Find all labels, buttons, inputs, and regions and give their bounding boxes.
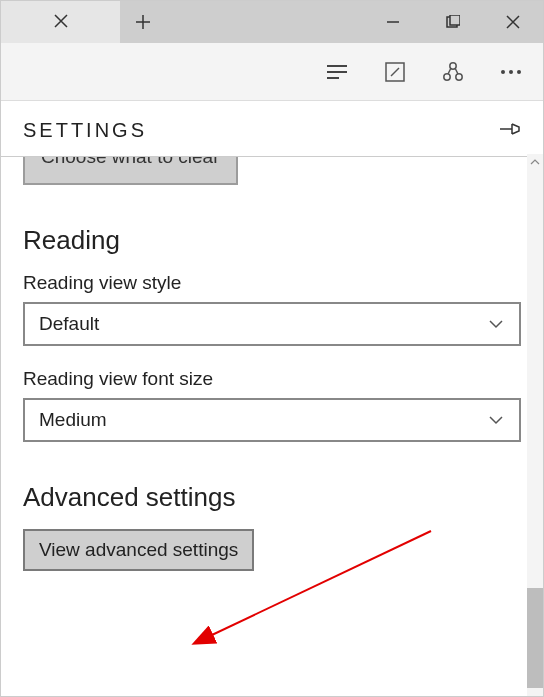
reading-heading: Reading [23, 225, 521, 256]
svg-point-4 [444, 73, 450, 79]
svg-rect-1 [450, 15, 460, 25]
tab[interactable] [1, 1, 120, 43]
web-note-icon[interactable] [371, 48, 419, 96]
reading-fontsize-value: Medium [39, 409, 107, 431]
reading-fontsize-select[interactable]: Medium [23, 398, 521, 442]
view-advanced-settings-button[interactable]: View advanced settings [23, 529, 254, 571]
svg-point-8 [517, 70, 521, 74]
reading-view-icon[interactable] [313, 48, 361, 96]
svg-point-7 [509, 70, 513, 74]
scroll-up-icon[interactable] [527, 154, 543, 170]
pin-icon[interactable] [499, 121, 521, 141]
reading-style-label: Reading view style [23, 272, 521, 294]
reading-fontsize-label: Reading view font size [23, 368, 521, 390]
reading-style-value: Default [39, 313, 99, 335]
advanced-heading: Advanced settings [23, 482, 521, 513]
more-icon[interactable] [487, 48, 535, 96]
scrollbar[interactable] [527, 154, 543, 696]
panel-title: SETTINGS [23, 119, 147, 142]
close-tab-icon[interactable] [53, 11, 69, 34]
choose-clear-label: Choose what to clear [41, 157, 220, 168]
chevron-down-icon [487, 315, 505, 333]
toolbar [1, 43, 543, 101]
share-icon[interactable] [429, 48, 477, 96]
close-window-button[interactable] [483, 1, 543, 43]
maximize-button[interactable] [423, 1, 483, 43]
scroll-thumb[interactable] [527, 588, 543, 688]
view-advanced-label: View advanced settings [39, 539, 238, 560]
panel-body: Choose what to clear Reading Reading vie… [1, 157, 543, 697]
minimize-button[interactable] [363, 1, 423, 43]
reading-style-select[interactable]: Default [23, 302, 521, 346]
new-tab-button[interactable] [120, 1, 166, 43]
chevron-down-icon [487, 411, 505, 429]
svg-point-5 [456, 73, 462, 79]
svg-point-6 [501, 70, 505, 74]
titlebar [1, 1, 543, 43]
choose-clear-button[interactable]: Choose what to clear [23, 157, 238, 185]
panel-header: SETTINGS [1, 101, 543, 157]
